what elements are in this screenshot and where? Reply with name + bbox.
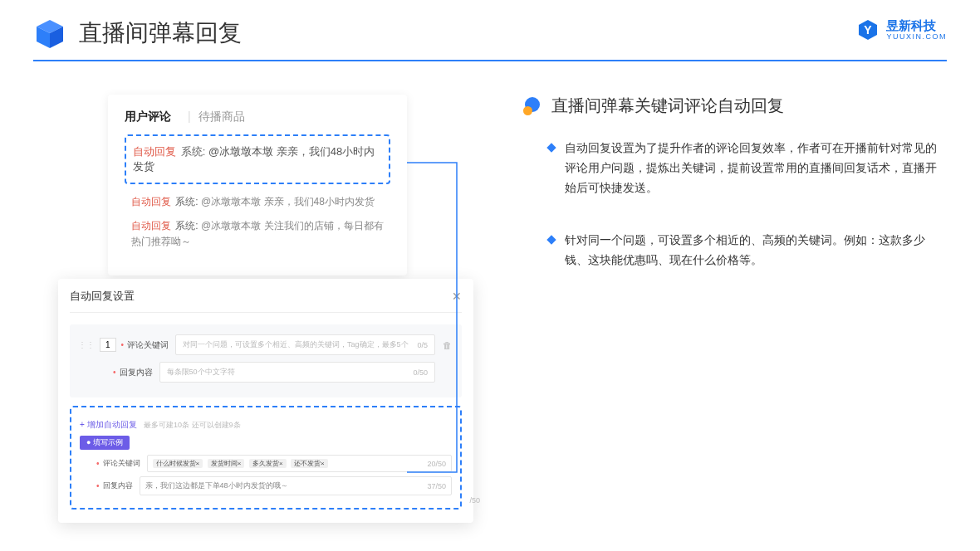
bullet-item: 自动回复设置为了提升作者的评论回复效率，作者可在开播前针对常见的评论用户问题，提… — [548, 139, 947, 197]
section-title: 直播间弹幕关键词评论自动回复 — [551, 95, 784, 117]
char-count: 20/50 — [427, 460, 446, 468]
bullet-item: 针对同一个问题，可设置多个相近的、高频的关键词。例如：这款多少钱、这块能优惠吗、… — [548, 231, 947, 271]
auto-reply-tag: 自动回复 — [131, 220, 171, 232]
delete-icon[interactable]: 🗑 — [440, 340, 453, 350]
example-tags: 什么时候发货× 发货时间× 多久发货× 还不发货× — [153, 459, 331, 468]
placeholder: 对同一个问题，可设置多个相近、高频的关键词，Tag确定，最多5个 — [183, 339, 409, 350]
bullet-text: 针对同一个问题，可设置多个相近的、高频的关键词。例如：这款多少钱、这块能优惠吗、… — [565, 231, 947, 271]
extra-count: /50 — [469, 496, 480, 505]
keyword-label: 评论关键词 — [127, 339, 169, 351]
diamond-icon — [546, 143, 556, 152]
svg-text:Y: Y — [865, 23, 873, 37]
placeholder: 每条限50个中文字符 — [167, 367, 235, 378]
bubble-icon — [523, 97, 541, 115]
brand-name-en: YUUXIN.COM — [886, 33, 947, 41]
highlighted-reply-row: 自动回复 系统: @冰墩墩本墩 亲亲，我们48小时内发货 — [125, 134, 390, 184]
tag-chip: 还不发货× — [291, 459, 328, 468]
auto-reply-tag: 自动回复 — [131, 196, 171, 207]
reply-row: 自动回复 系统: @冰墩墩本墩 关注我们的店铺，每日都有热门推荐呦～ — [125, 218, 390, 250]
char-count: 0/50 — [413, 368, 428, 377]
add-hint: 最多可建10条 还可以创建9条 — [144, 421, 241, 429]
settings-panel: ⋮⋮ 1 • 评论关键词 对同一个问题，可设置多个相近、高频的关键词，Tag确定… — [70, 324, 462, 397]
tab-separator: | — [188, 110, 191, 123]
reply-text: @冰墩墩本墩 亲亲，我们48小时内发货 — [201, 196, 375, 207]
right-description: 直播间弹幕关键词评论自动回复 自动回复设置为了提升作者的评论回复效率，作者可在开… — [448, 95, 947, 304]
example-keyword-label: 评论关键词 — [103, 458, 140, 469]
example-badge: ● 填写示例 — [80, 436, 130, 450]
reply-row: 自动回复 系统: @冰墩墩本墩 亲亲，我们48小时内发货 — [125, 194, 390, 210]
required-dot: • — [121, 341, 125, 349]
char-count: 0/5 — [417, 341, 428, 349]
tag-chip: 多久发货× — [249, 459, 287, 468]
item-number: 1 — [100, 338, 116, 352]
example-content-label: 回复内容 — [103, 480, 133, 491]
example-box: + 增加自动回复 最多可建10条 还可以创建9条 ● 填写示例 • 评论关键词 … — [70, 406, 462, 510]
brand-logo: Y 昱新科技 YUUXIN.COM — [856, 18, 947, 41]
diamond-icon — [546, 236, 556, 245]
system-label: 系统: — [175, 220, 198, 232]
tab-pending-goods[interactable]: 待播商品 — [198, 110, 245, 123]
content-label: 回复内容 — [120, 367, 153, 378]
bullet-text: 自动回复设置为了提升作者的评论回复效率，作者可在开播前针对常见的评论用户问题，提… — [565, 139, 947, 197]
auto-reply-tag: 自动回复 — [133, 145, 176, 158]
cube-icon — [33, 17, 66, 50]
content-input[interactable]: 每条限50个中文字符 0/50 — [159, 362, 435, 383]
system-label: 系统: — [181, 145, 206, 158]
required-dot: • — [113, 368, 116, 377]
example-content-text: 亲，我们这边都是下单48小时内发货的哦～ — [145, 480, 288, 491]
char-count: 37/50 — [427, 482, 446, 490]
example-keyword-input[interactable]: 什么时候发货× 发货时间× 多久发货× 还不发货× 20/50 — [147, 455, 452, 472]
close-icon[interactable]: ✕ — [452, 290, 462, 303]
tag-chip: 发货时间× — [208, 459, 245, 468]
settings-title: 自动回复设置 — [70, 289, 135, 304]
brand-hex-icon: Y — [856, 18, 880, 41]
page-header: 直播间弹幕回复 Y 昱新科技 YUUXIN.COM — [0, 0, 980, 50]
drag-handle-icon[interactable]: ⋮⋮ — [78, 340, 95, 349]
comments-card: 用户评论 | 待播商品 自动回复 系统: @冰墩墩本墩 亲亲，我们48小时内发货… — [108, 95, 407, 276]
example-content-input[interactable]: 亲，我们这边都是下单48小时内发货的哦～ 37/50 — [140, 476, 452, 495]
add-auto-reply-link[interactable]: + 增加自动回复 — [80, 420, 137, 429]
required-dot: • — [96, 482, 100, 490]
system-label: 系统: — [175, 196, 198, 207]
auto-reply-settings-card: 自动回复设置 ✕ ⋮⋮ 1 • 评论关键词 对同一个问题，可设置多个相近、高频的… — [58, 279, 473, 523]
tab-user-comments[interactable]: 用户评论 — [125, 110, 171, 123]
required-dot: • — [96, 460, 100, 468]
brand-name-cn: 昱新科技 — [886, 19, 947, 32]
tag-chip: 什么时候发货× — [153, 459, 203, 468]
page-title: 直播间弹幕回复 — [79, 17, 242, 49]
left-mockups: 用户评论 | 待播商品 自动回复 系统: @冰墩墩本墩 亲亲，我们48小时内发货… — [33, 95, 448, 304]
keyword-input[interactable]: 对同一个问题，可设置多个相近、高频的关键词，Tag确定，最多5个 0/5 — [175, 334, 435, 355]
